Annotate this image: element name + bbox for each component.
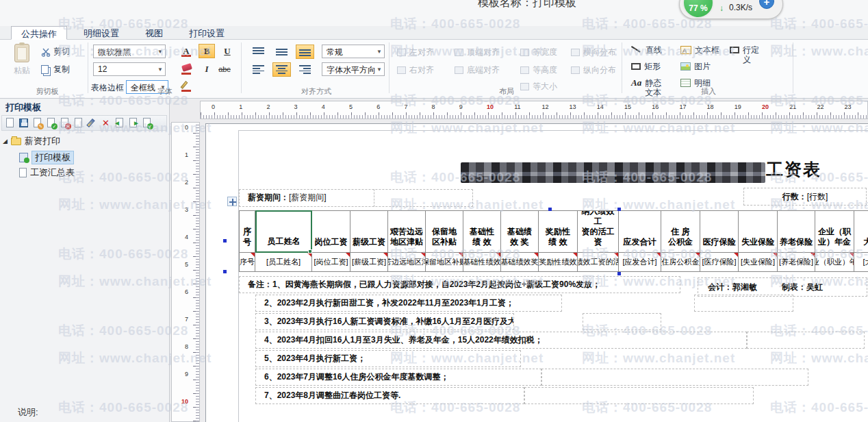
detail-field-cell[interactable]: [保留地区补贴] — [426, 253, 463, 272]
insert-textbox[interactable]: 文本框 — [680, 45, 723, 55]
column-header-cell[interactable]: 失业保险 — [739, 210, 778, 253]
insert-row-define[interactable]: 行定义 — [730, 45, 769, 64]
widget-plus-button[interactable]: + — [759, 0, 774, 9]
column-header-cell[interactable]: 岗位工资 — [312, 210, 350, 253]
discard-doc-icon[interactable]: ✕ — [59, 117, 71, 129]
ribbon-tab-0[interactable]: 公共操作 — [11, 26, 67, 40]
network-speed-widget[interactable]: 77 % ↓ 0.3K/s + — [679, 0, 783, 19]
align-middle-button[interactable] — [272, 45, 291, 59]
column-header-cell[interactable]: 企业（职 业）年金 — [815, 210, 854, 253]
align-left-button[interactable] — [249, 62, 268, 77]
column-header-cell[interactable]: 基础性 绩 效 — [463, 210, 501, 253]
note-box[interactable]: 5、2023年4月执行新工资； — [255, 350, 521, 367]
column-header-cell[interactable]: 奖励性 绩 效 — [539, 210, 578, 253]
italic-button[interactable]: I — [199, 62, 215, 76]
move-handle[interactable] — [227, 197, 237, 206]
detail-table[interactable]: 序 号[序号]员工姓名[员工姓名]岗位工资[岗位工资]薪级工资[薪级工资]艰苦边… — [239, 210, 868, 272]
speed-ball-icon[interactable]: 77 % — [682, 0, 714, 18]
detail-field-cell[interactable]: [岗位工资] — [312, 253, 350, 272]
column-header-cell[interactable]: 基础绩 效 奖 — [501, 210, 539, 253]
selection-handle[interactable] — [223, 239, 227, 243]
bold-button[interactable]: B — [199, 44, 215, 58]
detail-field-cell[interactable]: [奖励性绩效] — [539, 253, 578, 272]
align-top-button[interactable] — [249, 45, 268, 59]
edit-pen-icon[interactable] — [86, 117, 98, 129]
font-family-dropdown[interactable]: 微软雅黑 — [93, 45, 166, 58]
detail-field-cell[interactable]: [大 — [854, 253, 868, 272]
detail-field-cell[interactable]: [失业保险] — [739, 253, 778, 272]
text-direction-dropdown[interactable]: 字体水平方向 — [322, 62, 385, 76]
export-icon[interactable]: ► — [127, 117, 139, 129]
insert-line[interactable]: 直线 — [631, 45, 674, 55]
column-header-cell[interactable]: 住 房 公积金 — [661, 210, 700, 253]
align-bottom-button[interactable] — [296, 45, 314, 59]
copy-button[interactable]: 复制 — [41, 64, 70, 75]
selection-handle[interactable] — [223, 270, 227, 273]
export-check-icon[interactable]: ✓ — [141, 117, 153, 129]
detail-field-cell[interactable]: [住房公积金] — [661, 253, 700, 272]
detail-field-cell[interactable]: [医疗保险] — [700, 253, 739, 272]
rowcount-textbox[interactable]: 行数：[行数] — [743, 188, 867, 206]
tree-node-print-template[interactable]: 打印模板 — [19, 151, 74, 164]
empty-note-box[interactable] — [583, 313, 661, 330]
import-icon[interactable]: ◄ — [114, 117, 125, 129]
column-header-cell[interactable]: 大 — [854, 210, 868, 253]
detail-field-cell[interactable]: [企业（职业）年金] — [815, 253, 854, 272]
detail-field-cell[interactable]: [薪级工资] — [350, 253, 388, 272]
empty-note-box[interactable] — [694, 295, 793, 312]
save-as-icon[interactable]: ✎ — [31, 117, 43, 129]
twisty-expanded-icon[interactable]: ◢ — [3, 138, 8, 145]
detail-field-cell[interactable]: [养老保险] — [778, 253, 815, 272]
detail-field-cell[interactable]: [序号] — [239, 253, 255, 272]
insert-rectangle[interactable]: 矩形 — [631, 62, 674, 71]
detail-field-cell[interactable]: [纳入绩效工资的活工资] — [578, 253, 619, 272]
note-box[interactable]: 7、2023年8月调整曲江春岗位工资等. — [255, 387, 524, 404]
ribbon-tab-1[interactable]: 明细设置 — [74, 26, 129, 39]
detail-field-cell[interactable]: [基础绩效奖] — [501, 253, 539, 272]
tree-node-salary-summary[interactable]: 工资汇总表 — [19, 166, 75, 179]
empty-note-box[interactable] — [524, 387, 754, 404]
detail-field-cell[interactable]: [艰苦边远地区津贴] — [388, 253, 426, 272]
save-icon[interactable] — [18, 117, 29, 129]
detail-field-cell[interactable]: [应发合计] — [619, 253, 661, 272]
align-right-button[interactable] — [296, 62, 314, 77]
insert-image[interactable]: 图片 — [680, 62, 723, 71]
empty-note-box[interactable] — [747, 332, 865, 349]
column-header-cell[interactable]: 纳入绩效工 资的活工资 — [578, 210, 619, 253]
column-header-cell[interactable]: 应发合计 — [619, 210, 661, 253]
column-header-cell[interactable]: 养老保险 — [778, 210, 815, 253]
approve-doc-icon[interactable]: ✓ — [45, 117, 57, 129]
note-box[interactable]: 6、2023年7月调整16人住房公积金年度基数调整； — [255, 369, 541, 386]
column-header-cell[interactable]: 医疗保险 — [700, 210, 739, 253]
selection-handle[interactable] — [617, 272, 621, 275]
column-header-cell[interactable]: 序 号 — [239, 210, 255, 253]
align-center-button[interactable] — [272, 62, 291, 77]
fill-color-button[interactable] — [178, 62, 194, 76]
number-format-dropdown[interactable]: 常规 — [322, 45, 385, 58]
font-size-dropdown[interactable]: 12 — [93, 62, 166, 76]
font-color-button[interactable]: A — [178, 44, 194, 58]
column-header-cell[interactable]: 薪级工资 — [350, 210, 388, 253]
ribbon-tab-3[interactable]: 打印设置 — [179, 26, 234, 39]
column-header-cell[interactable]: 艰苦边远 地区津贴 — [388, 210, 426, 253]
delete-icon[interactable]: ✕ — [100, 117, 112, 129]
copy-doc-icon[interactable] — [73, 117, 84, 129]
period-textbox[interactable]: 薪资期间：[薪资期间] — [239, 189, 473, 207]
underline-button[interactable]: U — [219, 44, 235, 58]
strikethrough-button[interactable]: abc — [216, 62, 233, 76]
cut-button[interactable]: 剪切 — [41, 46, 70, 58]
note-box[interactable]: 3、2023年3月执行16人新工资调资标准，补缴16人1月至2月医疗及大病； — [255, 313, 514, 330]
ribbon-tab-2[interactable]: 视图 — [136, 26, 173, 39]
note-box[interactable]: 2、2023年2月执行新田甜工资，补发2022年11月至2023年1月工资； — [255, 295, 562, 312]
column-header-cell[interactable]: 保留地 区补贴 — [426, 210, 463, 253]
selected-cell[interactable]: 员工姓名 — [255, 210, 312, 253]
selected-cell-handle[interactable] — [308, 249, 312, 253]
new-doc-icon[interactable] — [4, 117, 16, 129]
selection-handle[interactable] — [617, 208, 621, 211]
empty-note-box[interactable] — [541, 369, 808, 386]
note-box[interactable]: 4、2023年4月扣回16人1月至3月失业、养老及年金，15人2022年绩效扣税… — [255, 332, 747, 349]
signers-textbox[interactable]: 会计：郭湘敏 制表：吴虹 — [698, 277, 867, 297]
selection-handle[interactable] — [548, 208, 552, 211]
detail-field-cell[interactable]: [员工姓名] — [255, 253, 312, 272]
note-box[interactable]: 备注：1、因黄海燕长期病假，已跟人力资源部对接，自2023年2月起按岗位+薪级工… — [239, 276, 680, 293]
